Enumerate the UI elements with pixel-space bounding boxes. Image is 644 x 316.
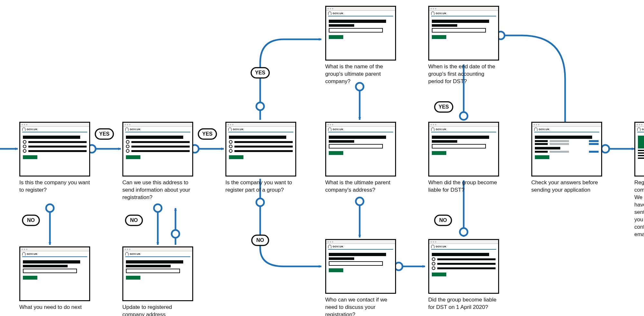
svg-text:NO: NO — [256, 237, 264, 243]
crown-icon — [22, 252, 25, 255]
crown-icon — [431, 245, 434, 248]
svg-text:YES: YES — [439, 104, 449, 110]
pill-yes-2: YES — [198, 129, 216, 139]
svg-rect-40 — [435, 215, 451, 225]
step-parent-address[interactable]: GOV.UK What is the ultimate parent compa… — [325, 122, 398, 194]
svg-rect-28 — [198, 129, 216, 139]
svg-rect-36 — [126, 215, 142, 225]
svg-point-15 — [154, 204, 162, 212]
step-registration-complete[interactable]: GOV.UK Registration complete. We have se… — [634, 122, 644, 238]
svg-text:NO: NO — [130, 217, 138, 223]
svg-point-17 — [256, 102, 264, 110]
crown-icon — [328, 245, 331, 248]
svg-text:NO: NO — [439, 217, 447, 223]
step-caption: When is the end date of the group's firs… — [428, 63, 501, 85]
svg-point-22 — [460, 228, 468, 236]
svg-point-20 — [356, 197, 364, 205]
pill-no-4: NO — [435, 215, 451, 225]
step-caption: Did the group become liable for DST on 1… — [428, 296, 501, 311]
step-caption: Check your answers before sending your a… — [531, 179, 604, 194]
step-caption: Update to registered company address — [122, 304, 195, 316]
crown-icon — [431, 12, 434, 15]
step-is-this-company[interactable]: GOV.UK Is this the company you want to r… — [19, 122, 92, 194]
step-check-answers[interactable]: GOV.UK Check your answers before sending… — [531, 122, 604, 194]
step-caption: Registration complete. We have sent you … — [634, 179, 644, 238]
step-caption: Is this the company you want to register… — [19, 179, 92, 194]
crown-icon — [125, 252, 128, 255]
pill-yes-4: YES — [435, 102, 453, 112]
step-caption: What is the ultimate parent company's ad… — [325, 179, 398, 194]
crown-icon — [534, 128, 537, 131]
step-caption: What is the name of the group's ultimate… — [325, 63, 398, 85]
step-accounting-end-date[interactable]: GOV.UK When is the end date of the group… — [428, 6, 501, 85]
step-use-this-address[interactable]: GOV.UK Can we use this address to send i… — [122, 122, 195, 201]
crown-icon — [328, 128, 331, 131]
step-caption: Is the company you want to register part… — [225, 179, 298, 194]
svg-point-23 — [460, 112, 468, 120]
svg-text:NO: NO — [27, 217, 35, 223]
svg-rect-34 — [23, 215, 39, 225]
svg-rect-32 — [435, 102, 453, 112]
svg-point-16 — [172, 230, 179, 238]
pill-no-2: NO — [126, 215, 142, 225]
crown-icon — [637, 128, 640, 131]
pill-yes-1: YES — [95, 129, 113, 139]
step-what-next[interactable]: GOV.UK What you need to do next — [19, 246, 92, 311]
svg-text:YES: YES — [255, 70, 265, 75]
crown-icon — [125, 128, 128, 131]
svg-rect-26 — [95, 129, 113, 139]
step-update-address[interactable]: GOV.UK Update to registered company addr… — [122, 246, 195, 316]
pill-no-3: NO — [252, 235, 269, 245]
crown-icon — [328, 12, 331, 15]
step-caption: Can we use this address to send informat… — [122, 179, 195, 201]
step-parent-name[interactable]: GOV.UK What is the name of the group's u… — [325, 6, 398, 85]
step-caption: When did the group become liable for DST… — [428, 179, 501, 194]
svg-point-14 — [46, 204, 54, 212]
step-contact[interactable]: GOV.UK Who can we contact if we need to … — [325, 239, 398, 316]
svg-text:YES: YES — [99, 131, 109, 137]
svg-point-18 — [256, 198, 264, 206]
svg-rect-38 — [252, 235, 269, 245]
step-when-liable[interactable]: GOV.UK When did the group become liable … — [428, 122, 501, 194]
svg-text:YES: YES — [202, 131, 213, 137]
crown-icon — [22, 128, 25, 131]
step-part-of-group[interactable]: GOV.UK Is the company you want to regist… — [225, 122, 298, 194]
step-caption: Who can we contact if we need to discuss… — [325, 296, 398, 316]
govuk-brand: GOV.UK — [27, 128, 38, 131]
pill-yes-3: YES — [251, 68, 269, 78]
crown-icon — [228, 128, 232, 131]
step-caption: What you need to do next — [19, 304, 92, 311]
crown-icon — [431, 128, 434, 131]
pill-no-1: NO — [23, 215, 39, 225]
svg-rect-30 — [251, 68, 269, 78]
step-liable-1-april-2020[interactable]: GOV.UK Did the group become liable for D… — [428, 239, 501, 311]
